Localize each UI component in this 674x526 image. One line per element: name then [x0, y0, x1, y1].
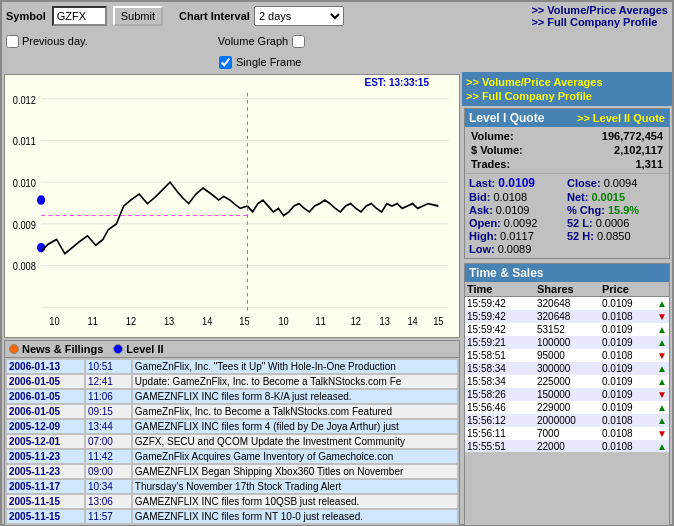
full-company-link[interactable]: >> Full Company Profile	[466, 89, 668, 103]
news-time: 09:15	[86, 405, 131, 418]
ts-price: 0.0109	[602, 337, 657, 348]
news-text: GAMEZNFLIX INC files form 4 (filed by De…	[133, 420, 457, 433]
svg-text:11: 11	[88, 315, 99, 327]
news-text: GZFX, SECU and QCOM Update the Investmen…	[133, 435, 457, 448]
ts-time: 15:56:11	[467, 428, 537, 439]
volume-price-link[interactable]: >> Volume/Price Averages	[531, 4, 668, 16]
news-row[interactable]: 2006-01-05 11:06 GAMEZNFLIX INC files fo…	[7, 390, 457, 403]
news-header: News & Fillings Level II	[5, 341, 459, 358]
symbol-input[interactable]	[52, 6, 107, 26]
prev-day-checkbox[interactable]	[6, 35, 19, 48]
ts-price: 0.0109	[602, 324, 657, 335]
ts-shares: 95000	[537, 350, 602, 361]
news-row[interactable]: 2005-11-23 11:42 GameZnFlix Acquires Gam…	[7, 450, 457, 463]
prev-day-checkbox-label[interactable]: Previous day.	[6, 35, 88, 48]
ts-row: 15:58:26 150000 0.0109 ▼	[465, 388, 669, 401]
company-profile-link[interactable]: >> Full Company Profile	[531, 16, 668, 28]
time-sales-header: Time & Sales	[465, 264, 669, 282]
ts-direction-icon: ▲	[657, 363, 669, 374]
news-row[interactable]: 2006-01-05 09:15 GameZnFlix, Inc. to Bec…	[7, 405, 457, 418]
ts-table-header: Time Shares Price	[465, 282, 669, 297]
ts-row: 15:58:51 95000 0.0108 ▼	[465, 349, 669, 362]
last-value: 0.0109	[498, 176, 535, 190]
news-text: GAMEZNFLIX INC files form 8-K/A just rel…	[133, 390, 457, 403]
ts-direction-icon: ▲	[657, 441, 669, 452]
svg-text:15: 15	[433, 315, 444, 327]
submit-button[interactable]: Submit	[113, 6, 163, 26]
ts-shares: 53152	[537, 324, 602, 335]
ts-direction-icon: ▼	[657, 311, 669, 322]
ts-time: 15:58:34	[467, 376, 537, 387]
volume-graph-checkbox[interactable]	[292, 35, 305, 48]
ts-row: 15:59:42 320648 0.0109 ▲	[465, 297, 669, 310]
news-time: 10:34	[86, 480, 131, 493]
news-row[interactable]: 2005-11-17 10:34 Thursday's November 17t…	[7, 480, 457, 493]
ts-price: 0.0108	[602, 415, 657, 426]
ts-time: 15:58:34	[467, 363, 537, 374]
news-time: 13:44	[86, 420, 131, 433]
level1-header: Level I Quote >> Level II Quote	[465, 109, 669, 127]
ts-rows: 15:59:42 320648 0.0109 ▲ 15:59:42 320648…	[465, 297, 669, 452]
ts-direction-icon: ▲	[657, 337, 669, 348]
news-row[interactable]: 2005-11-23 09:00 GAMEZNFLIX Began Shippi…	[7, 465, 457, 478]
news-row[interactable]: 2006-01-05 12:41 Update: GameZnFlix, Inc…	[7, 375, 457, 388]
news-row[interactable]: 2006-01-13 10:51 GameZnFlix, Inc. "Tees …	[7, 360, 457, 373]
ts-direction-icon: ▼	[657, 389, 669, 400]
svg-point-15	[37, 195, 45, 205]
ts-row: 15:58:34 300000 0.0109 ▲	[465, 362, 669, 375]
ts-direction-icon: ▼	[657, 428, 669, 439]
ts-shares: 229000	[537, 402, 602, 413]
ts-price: 0.0109	[602, 298, 657, 309]
level1-title: Level I Quote	[469, 111, 544, 125]
news-time: 09:00	[86, 465, 131, 478]
ts-row: 15:59:42 320648 0.0108 ▼	[465, 310, 669, 323]
52h-label: 52 H:	[567, 230, 594, 242]
svg-text:10: 10	[278, 315, 289, 327]
ts-row: 15:58:34 225000 0.0109 ▲	[465, 375, 669, 388]
ts-time: 15:56:12	[467, 415, 537, 426]
ts-price: 0.0109	[602, 402, 657, 413]
vol-price-avg-link[interactable]: >> Volume/Price Averages	[466, 75, 668, 89]
close-label: Close:	[567, 177, 601, 189]
svg-text:0.011: 0.011	[13, 136, 37, 148]
news-row[interactable]: 2005-11-15 13:06 GAMEZNFLIX INC files fo…	[7, 495, 457, 508]
news-date: 2006-01-13	[7, 360, 84, 373]
level2-radio-dot	[113, 344, 123, 354]
news-fillings-tab[interactable]: News & Fillings	[9, 343, 103, 355]
news-date: 2005-11-15	[7, 510, 84, 523]
ts-shares: 2000000	[537, 415, 602, 426]
open-value: 0.0092	[504, 217, 538, 229]
news-text: GAMEZNFLIX INC files form 10QSB just rel…	[133, 495, 457, 508]
svg-text:14: 14	[202, 315, 213, 327]
last-label: Last:	[469, 177, 495, 189]
price-chart: 0.012 0.011 0.010 0.009 0.008	[5, 75, 459, 337]
chart-time: EST: 13:33:15	[365, 77, 429, 88]
single-frame-checkbox[interactable]	[219, 56, 232, 69]
news-row[interactable]: 2005-11-15 11:57 GAMEZNFLIX INC files fo…	[7, 510, 457, 523]
news-panel: News & Fillings Level II 2006-01-13 10:5…	[4, 340, 460, 526]
high-label: High:	[469, 230, 497, 242]
news-text: Update: GameZnFlix, Inc. to Become a Tal…	[133, 375, 457, 388]
news-row[interactable]: 2005-12-09 13:44 GAMEZNFLIX INC files fo…	[7, 420, 457, 433]
news-date: 2006-01-05	[7, 390, 84, 403]
ts-price: 0.0109	[602, 363, 657, 374]
interval-select[interactable]: 2 days 1 day 5 days 10 days 1 month 3 mo…	[254, 6, 344, 26]
pct-chg-value: 15.9%	[608, 204, 639, 216]
news-text: GAMEZNFLIX INC files form NT 10-0 just r…	[133, 510, 457, 523]
news-date: 2005-11-17	[7, 480, 84, 493]
ts-price: 0.0109	[602, 376, 657, 387]
news-date: 2005-12-01	[7, 435, 84, 448]
ts-direction-icon: ▲	[657, 298, 669, 309]
bid-value: 0.0108	[493, 191, 527, 203]
ts-price: 0.0108	[602, 350, 657, 361]
52l-label: 52 L:	[567, 217, 593, 229]
right-links: >> Volume/Price Averages >> Full Company…	[531, 4, 668, 28]
news-date: 2006-01-05	[7, 405, 84, 418]
ts-time: 15:56:46	[467, 402, 537, 413]
level2-quote-link[interactable]: >> Level II Quote	[577, 112, 665, 124]
news-row[interactable]: 2005-12-01 07:00 GZFX, SECU and QCOM Upd…	[7, 435, 457, 448]
ts-price: 0.0108	[602, 428, 657, 439]
svg-text:15: 15	[239, 315, 250, 327]
ts-price: 0.0108	[602, 441, 657, 452]
level2-tab[interactable]: Level II	[113, 343, 163, 355]
